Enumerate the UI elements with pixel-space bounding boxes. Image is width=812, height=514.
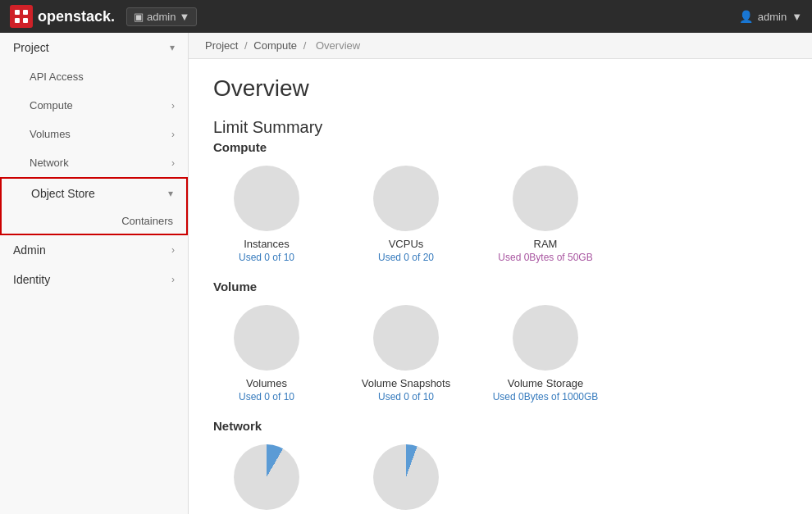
navbar-admin-dropdown[interactable]: ▣ admin ▼ <box>126 7 197 26</box>
sidebar-api-access-label: API Access <box>30 71 84 83</box>
breadcrumb-sep2: / <box>303 39 307 52</box>
gauge-circle-volume-storage <box>513 305 578 371</box>
gauge-used-volumes: Used 0 of 10 <box>239 391 294 403</box>
chevron-down-icon: ▾ <box>170 42 175 53</box>
sidebar-item-admin[interactable]: Admin › <box>0 235 188 265</box>
sidebar-item-network[interactable]: Network › <box>0 148 188 177</box>
sidebar-item-project[interactable]: Project ▾ <box>0 33 188 62</box>
layout: Project ▾ API Access Compute › Volumes ›… <box>0 33 812 514</box>
sidebar: Project ▾ API Access Compute › Volumes ›… <box>0 33 189 514</box>
gauge-circle-network-2 <box>373 444 439 510</box>
chevron-right-icon: › <box>171 157 175 169</box>
gauge-used-volume-snapshots: Used 0 of 10 <box>378 391 434 403</box>
gauge-circle-volume-snapshots <box>373 305 439 371</box>
svg-rect-3 <box>23 18 28 23</box>
gauge-circle-instances <box>234 166 299 231</box>
gauge-volume-snapshots: Volume Snapshots Used 0 of 10 <box>353 305 459 403</box>
content-body: Overview Limit Summary Compute Instances… <box>189 59 812 514</box>
gauge-circle-ram <box>513 166 578 231</box>
sidebar-project-label: Project <box>13 41 49 54</box>
gauge-used-vcpus: Used 0 of 20 <box>378 252 434 263</box>
svg-rect-0 <box>15 10 20 15</box>
navbar-admin-label: admin <box>147 11 176 23</box>
breadcrumb-sep1: / <box>244 39 248 52</box>
gauge-label-ram: RAM <box>534 238 558 250</box>
logo: openstack. <box>10 5 115 28</box>
chevron-right-icon: › <box>171 244 175 256</box>
sidebar-item-identity[interactable]: Identity › <box>0 265 188 294</box>
sidebar-item-object-store[interactable]: Object Store ▾ <box>2 179 186 208</box>
main-content: Project / Compute / Overview Overview Li… <box>189 33 812 514</box>
chevron-right-icon: › <box>171 274 175 285</box>
gauge-used-ram: Used 0Bytes of 50GB <box>498 252 592 263</box>
logo-text: openstack. <box>38 8 115 25</box>
gauge-label-volume-snapshots: Volume Snapshots <box>362 377 450 389</box>
limit-summary: Limit Summary Compute Instances Used 0 o… <box>213 118 787 514</box>
sidebar-object-store-label: Object Store <box>31 187 95 200</box>
svg-rect-2 <box>15 18 20 23</box>
compute-gauge-row: Instances Used 0 of 10 VCPUs Used 0 of 2… <box>213 166 787 263</box>
sidebar-identity-label: Identity <box>13 273 50 286</box>
gauge-label-volume-storage: Volume Storage <box>508 377 584 389</box>
sidebar-item-volumes[interactable]: Volumes › <box>0 120 188 148</box>
gauge-used-instances: Used 0 of 10 <box>239 252 294 263</box>
navbar: openstack. ▣ admin ▼ 👤 admin ▼ <box>0 0 812 33</box>
breadcrumb: Project / Compute / Overview <box>189 33 812 59</box>
sidebar-admin-label: Admin <box>13 243 46 257</box>
page-title: Overview <box>213 75 787 102</box>
limit-summary-title: Limit Summary <box>213 118 787 137</box>
chevron-right-icon: › <box>171 129 175 140</box>
gauge-network-1 <box>213 444 320 514</box>
network-gauge-row <box>213 444 787 514</box>
breadcrumb-compute[interactable]: Compute <box>253 39 297 52</box>
user-icon: 👤 <box>739 10 753 23</box>
sidebar-item-compute[interactable]: Compute › <box>0 91 188 120</box>
gauge-network-2 <box>353 444 459 514</box>
gauge-used-volume-storage: Used 0Bytes of 1000GB <box>493 391 599 403</box>
breadcrumb-overview: Overview <box>316 39 360 52</box>
chevron-right-icon: › <box>171 100 175 111</box>
navbar-user-label: admin <box>758 11 787 23</box>
sidebar-network-label: Network <box>30 157 69 169</box>
svg-rect-1 <box>23 10 28 15</box>
chevron-down-icon: ▾ <box>168 188 173 199</box>
navbar-user-menu[interactable]: 👤 admin ▼ <box>739 10 802 23</box>
sidebar-item-api-access[interactable]: API Access <box>0 62 188 91</box>
gauge-volume-storage: Volume Storage Used 0Bytes of 1000GB <box>492 305 599 403</box>
gauge-label-instances: Instances <box>244 238 290 250</box>
gauge-ram: RAM Used 0Bytes of 50GB <box>492 166 599 263</box>
sidebar-item-containers[interactable]: Containers <box>2 208 186 234</box>
volume-gauge-row: Volumes Used 0 of 10 Volume Snapshots Us… <box>213 305 787 403</box>
gauge-circle-vcpus <box>373 166 439 231</box>
volume-section-title: Volume <box>213 280 787 293</box>
compute-section-title: Compute <box>213 140 787 154</box>
breadcrumb-project[interactable]: Project <box>205 39 238 52</box>
sidebar-object-store-section: Object Store ▾ Containers <box>0 177 188 235</box>
sidebar-compute-label: Compute <box>30 99 73 111</box>
gauge-label-vcpus: VCPUs <box>389 238 424 250</box>
navbar-admin-arrow: ▼ <box>179 11 189 23</box>
navbar-left: openstack. ▣ admin ▼ <box>10 5 197 28</box>
openstack-logo-icon <box>10 5 33 28</box>
sidebar-containers-label: Containers <box>121 215 173 227</box>
gauge-circle-volumes <box>234 305 299 371</box>
gauge-instances: Instances Used 0 of 10 <box>213 166 320 263</box>
gauge-circle-network-1 <box>234 444 299 510</box>
gauge-volumes: Volumes Used 0 of 10 <box>213 305 320 403</box>
navbar-admin-icon: ▣ <box>134 11 144 23</box>
network-section-title: Network <box>213 419 787 433</box>
logo-name: openstack <box>38 8 111 25</box>
logo-dot: . <box>111 8 115 25</box>
gauge-vcpus: VCPUs Used 0 of 20 <box>353 166 459 263</box>
gauge-label-volumes: Volumes <box>246 377 287 389</box>
sidebar-volumes-label: Volumes <box>30 128 71 140</box>
navbar-user-arrow: ▼ <box>791 11 802 23</box>
